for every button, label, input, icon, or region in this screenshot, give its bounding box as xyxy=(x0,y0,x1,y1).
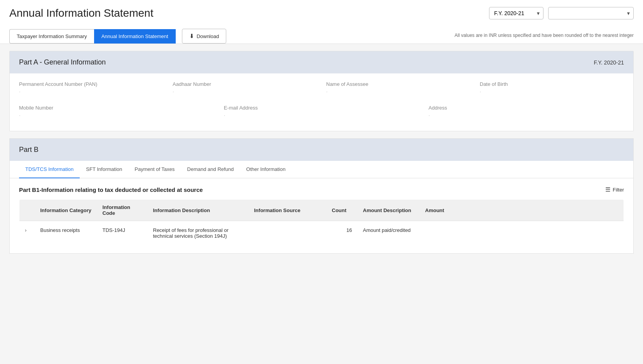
field-pan: Permanent Account Number (PAN) · xyxy=(19,81,163,96)
row-amount-desc: Amount paid/credited xyxy=(358,221,420,246)
main-content: Part A - General Information F.Y. 2020-2… xyxy=(0,51,643,254)
filter-button[interactable]: ☰ Filter xyxy=(605,186,624,193)
field-dob-label: Date of Birth xyxy=(480,81,624,87)
field-aadhaar-value: · xyxy=(173,89,317,96)
field-address: Address · xyxy=(428,105,624,119)
field-mobile-label: Mobile Number xyxy=(19,105,215,111)
part-b1-header: Part B1-Information relating to tax dedu… xyxy=(19,186,624,193)
table-row: › Business receipts TDS-194J Receipt of … xyxy=(19,221,624,246)
field-name: Name of Assessee · xyxy=(326,81,470,96)
download-icon: ⬇ xyxy=(189,33,194,40)
inr-notice: All values are in INR unless specified a… xyxy=(454,33,634,40)
col-header-code: Information Code xyxy=(97,200,148,221)
tabs-row: Taxpayer Information Summary Annual Info… xyxy=(9,26,634,44)
col-header-description: Information Description xyxy=(148,200,249,221)
field-mobile: Mobile Number · xyxy=(19,105,215,119)
filter-icon: ☰ xyxy=(605,186,610,193)
col-header-amount: Amount xyxy=(420,200,624,221)
field-dob-value: · xyxy=(480,89,624,96)
part-b-title: Part B xyxy=(19,146,38,153)
tab-demand-refund[interactable]: Demand and Refund xyxy=(181,161,240,178)
page-title: Annual Information Statement xyxy=(9,7,153,19)
field-email-label: E-mail Address xyxy=(224,105,419,111)
part-b1-area: Part B1-Information relating to tax dedu… xyxy=(10,178,633,253)
part-a-fields: Permanent Account Number (PAN) · Aadhaar… xyxy=(10,73,633,131)
inner-tabs: TDS/TCS Information SFT Information Paym… xyxy=(10,161,633,178)
tab-tds-tcs[interactable]: TDS/TCS Information xyxy=(19,161,80,178)
part-b-card: Part B TDS/TCS Information SFT Informati… xyxy=(9,138,634,254)
field-aadhaar-label: Aadhaar Number xyxy=(173,81,317,87)
second-select[interactable] xyxy=(548,7,634,19)
field-address-label: Address xyxy=(428,105,624,111)
row-category: Business receipts xyxy=(35,221,97,246)
field-pan-value: · xyxy=(19,89,163,96)
field-email: E-mail Address · xyxy=(224,105,419,119)
field-mobile-value: · xyxy=(19,112,215,119)
field-name-label: Name of Assessee xyxy=(326,81,470,87)
tab-taxpayer[interactable]: Taxpayer Information Summary xyxy=(9,29,94,44)
row-source xyxy=(249,221,327,246)
field-name-value: · xyxy=(326,89,470,96)
col-header-category: Information Category xyxy=(35,200,97,221)
data-table: Information Category Information Code In… xyxy=(19,199,624,246)
download-button[interactable]: ⬇ Download xyxy=(182,29,227,44)
col-header-expand xyxy=(19,200,35,221)
col-header-count: Count xyxy=(327,200,358,221)
part-a-title: Part A - General Information xyxy=(19,58,106,66)
tab-sft[interactable]: SFT Information xyxy=(80,161,128,178)
part-a-card: Part A - General Information F.Y. 2020-2… xyxy=(9,51,634,131)
table-header-row: Information Category Information Code In… xyxy=(19,200,624,221)
field-address-value: · xyxy=(428,112,624,119)
row-amount xyxy=(420,221,624,246)
download-label: Download xyxy=(197,33,219,39)
part-b1-title: Part B1-Information relating to tax dedu… xyxy=(19,186,203,193)
field-dob: Date of Birth · xyxy=(480,81,624,96)
tab-other[interactable]: Other Information xyxy=(240,161,292,178)
header-controls: F.Y. 2020-21 F.Y. 2019-20 F.Y. 2018-19 xyxy=(489,7,634,19)
field-aadhaar: Aadhaar Number · xyxy=(173,81,317,96)
second-select-wrapper xyxy=(548,7,634,19)
fy-select-wrapper: F.Y. 2020-21 F.Y. 2019-20 F.Y. 2018-19 xyxy=(489,7,543,19)
tab-bar: Taxpayer Information Summary Annual Info… xyxy=(9,29,226,44)
field-pan-label: Permanent Account Number (PAN) xyxy=(19,81,163,87)
fields-row-1: Permanent Account Number (PAN) · Aadhaar… xyxy=(19,81,624,96)
field-email-value: · xyxy=(224,112,419,119)
row-expand-icon[interactable]: › xyxy=(19,221,35,246)
part-a-header: Part A - General Information F.Y. 2020-2… xyxy=(10,51,633,73)
filter-label: Filter xyxy=(613,187,624,193)
fy-select[interactable]: F.Y. 2020-21 F.Y. 2019-20 F.Y. 2018-19 xyxy=(489,7,543,19)
row-code: TDS-194J xyxy=(97,221,148,246)
col-header-source: Information Source xyxy=(249,200,327,221)
row-count: 16 xyxy=(327,221,358,246)
tab-annual[interactable]: Annual Information Statement xyxy=(94,29,176,44)
fields-row-2: Mobile Number · E-mail Address · Address… xyxy=(19,105,624,119)
col-header-amount-desc: Amount Description xyxy=(358,200,420,221)
part-a-fy: F.Y. 2020-21 xyxy=(594,59,624,66)
row-description: Receipt of fees for professional or tech… xyxy=(148,221,249,246)
part-b-header: Part B xyxy=(10,139,633,161)
tab-payment-taxes[interactable]: Payment of Taxes xyxy=(128,161,181,178)
